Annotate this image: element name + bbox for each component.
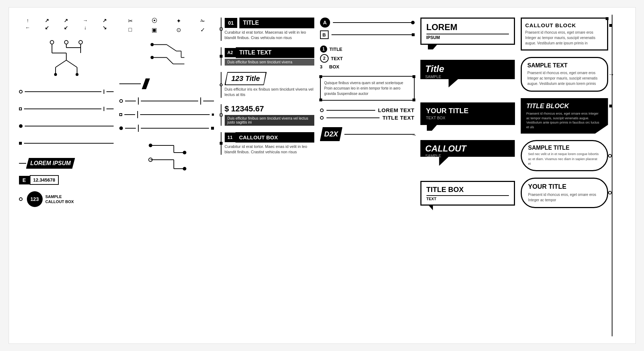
e-label: E bbox=[19, 176, 30, 184]
num-item-2: 2 TEXT bbox=[320, 54, 415, 63]
title-text-line: TITLE TEXT bbox=[320, 115, 415, 121]
arrow-grid: ↑ ↗ ↗ → ↗ ← ↙ ↙ ↓ ↘ bbox=[19, 18, 114, 30]
arrow-ne3: ↗ bbox=[96, 18, 114, 23]
circuit-tree bbox=[19, 37, 114, 80]
callout-sub: SAMPLE bbox=[425, 154, 510, 158]
sample-title-item: SAMPLE TITLE Sed nec velit ut in et nequ… bbox=[521, 140, 615, 171]
sample-title-box: SAMPLE TITLE Sed nec velit ut in et nequ… bbox=[521, 140, 608, 171]
timeline-dot-2 bbox=[608, 191, 612, 194]
arrow-left: ← bbox=[19, 25, 37, 30]
ab-list: A B bbox=[320, 18, 415, 39]
callout-block-title: CALLOUT BLOCK bbox=[525, 22, 604, 28]
your-title-text: YOUR TITLE bbox=[426, 107, 509, 115]
square-icon2: ▣ bbox=[143, 27, 166, 33]
callout-11-title: CALLOUT BOX bbox=[235, 132, 314, 143]
lorem-ipsum-bubble: LOREM IPSUM bbox=[420, 18, 515, 45]
main-canvas: ↑ ↗ ↗ → ↗ ← ↙ ↙ ↓ ↘ bbox=[9, 7, 636, 344]
circuit-tree-svg bbox=[19, 37, 114, 80]
text-frame: Quisque finibus viverra quam sit amet sc… bbox=[320, 76, 415, 101]
connector-row-sq-fill bbox=[19, 138, 114, 149]
d2x-label: D2X bbox=[320, 127, 343, 141]
square-icon3: ⊙ bbox=[168, 27, 190, 33]
sample-text-arrow: → bbox=[608, 71, 615, 78]
title-block-item: TITLE BLOCK Praesent id rhoncus eros, eg… bbox=[521, 98, 615, 134]
svg-point-14 bbox=[54, 73, 57, 76]
your-title-sub: TEXT BOX bbox=[426, 116, 509, 120]
num-item-3: 3 BOX bbox=[320, 64, 415, 69]
timeline-square-2 bbox=[609, 105, 612, 107]
t-sq-line bbox=[119, 109, 214, 120]
lorem-text-row: LOREM TEXT TITLE TEXT bbox=[320, 107, 415, 121]
num-label-title: TITLE bbox=[329, 47, 342, 52]
scissors-icon3: ✦ bbox=[168, 18, 190, 24]
svg-point-0 bbox=[50, 40, 54, 44]
num-label-text: TEXT bbox=[331, 56, 343, 61]
col4: A B 1 TITLE 2 TEXT 3 BOX bbox=[317, 15, 418, 336]
lorem-sub: IPSUM bbox=[426, 34, 509, 40]
bubble-title-sub: SAMPLE bbox=[425, 74, 510, 79]
circle-callout-row: 123 SAMPLE CALLOUT BOX bbox=[19, 191, 114, 207]
lorem-title: LOREM bbox=[426, 22, 509, 32]
callout-bubble: CALLOUT SAMPLE bbox=[420, 140, 515, 166]
scissors-grid: ✂ ⦿ ✦ ✁ □ ▣ ⊙ ✓ bbox=[119, 18, 214, 33]
callout-11-desc: Curabitur id erat tortor. Maec enas id v… bbox=[225, 144, 314, 155]
slash-connector bbox=[119, 78, 214, 89]
svg-point-22 bbox=[151, 56, 154, 59]
svg-point-34 bbox=[183, 167, 186, 170]
your-title-oval-text: YOUR TITLE bbox=[528, 183, 601, 191]
circuit-path-svg bbox=[119, 40, 214, 72]
num-list: 1 TITLE 2 TEXT 3 BOX bbox=[320, 45, 415, 69]
num-badge-2: 2 bbox=[320, 54, 329, 63]
circuit-path bbox=[119, 40, 214, 72]
d2x-block: D2X → bbox=[320, 127, 415, 141]
sample-text-desc: Praesent id rhoncus eros, eget ornare er… bbox=[528, 70, 601, 86]
title-01-desc: Curabitur id erat tortor. Maecenas id ve… bbox=[225, 30, 314, 41]
title-text-label: TITLE TEXT bbox=[382, 115, 414, 121]
lorem-ipsum-label: LOREM IPSUM bbox=[19, 158, 114, 169]
callout-11-num: 11 bbox=[225, 133, 235, 142]
svg-line-18 bbox=[167, 45, 176, 51]
title-123-text: 123 Title bbox=[226, 73, 266, 85]
callout-box-11: 11 CALLOUT BOX Curabitur id erat tortor.… bbox=[220, 132, 314, 155]
title-sample-bubble: Title SAMPLE bbox=[420, 60, 515, 87]
title-01-num: 01 bbox=[225, 18, 238, 28]
ab-item-b: B bbox=[320, 30, 415, 39]
arrow-ne2: ↗ bbox=[57, 18, 75, 23]
t-connectors bbox=[119, 96, 214, 134]
title-box-sub: TEXT bbox=[426, 195, 509, 201]
check-icon1: ✓ bbox=[192, 27, 214, 33]
timeline-dot-1 bbox=[608, 154, 612, 158]
ab-circle-a: A bbox=[320, 18, 330, 28]
arrow-sw: ↙ bbox=[38, 25, 56, 30]
arrow-sw2: ↙ bbox=[57, 25, 75, 30]
circle-123: 123 bbox=[27, 191, 43, 207]
scissors-icon4: ✁ bbox=[192, 18, 214, 24]
sample-text-box: SAMPLE TEXT Praesent id rhoncus eros, eg… bbox=[521, 57, 608, 92]
title-block-a2: A2 TITLE TEXT Duis efficitur finibus sem… bbox=[220, 47, 314, 66]
title-01-text: TITLE bbox=[239, 18, 314, 28]
col5: LOREM IPSUM Title SAMPLE YOUR TITLE TEXT… bbox=[418, 15, 518, 336]
lorem-text-label: LOREM TEXT bbox=[378, 107, 415, 113]
e-number: 12.345678 bbox=[30, 175, 59, 185]
callout-block-desc: Praesent id rhoncus eros, eget ornare er… bbox=[525, 30, 604, 46]
connector-row-square bbox=[19, 104, 114, 114]
num-3: 3 bbox=[320, 64, 327, 69]
t-dot-line bbox=[119, 123, 214, 134]
corner-square-top bbox=[606, 17, 609, 20]
text-frame-content: Quisque finibus viverra quam sit amet sc… bbox=[324, 81, 404, 96]
sample-text-title: SAMPLE TEXT bbox=[528, 62, 601, 69]
price-block: $ 12345.67 Duis efficitur finibus sem ti… bbox=[220, 104, 314, 126]
num-item-1: 1 TITLE bbox=[320, 45, 415, 53]
svg-point-15 bbox=[76, 73, 78, 76]
num-badge-1: 1 bbox=[320, 45, 328, 53]
ab-sq-b: B bbox=[320, 30, 329, 39]
circuit-nodes-svg bbox=[119, 140, 214, 183]
price-value: $ 12345.67 bbox=[225, 104, 314, 114]
callout-block-box: CALLOUT BLOCK Praesent id rhoncus eros, … bbox=[521, 18, 608, 51]
arrow-down: ↓ bbox=[76, 25, 94, 30]
bubble-title-italic: Title bbox=[425, 63, 510, 74]
svg-line-11 bbox=[66, 60, 77, 67]
title-block-123: 123 Title Duis efficitur iris ex finibus… bbox=[220, 72, 314, 98]
title-box-text: TITLE BOX bbox=[426, 186, 509, 194]
lorem-ipsum-text: LOREM IPSUM bbox=[26, 158, 75, 169]
